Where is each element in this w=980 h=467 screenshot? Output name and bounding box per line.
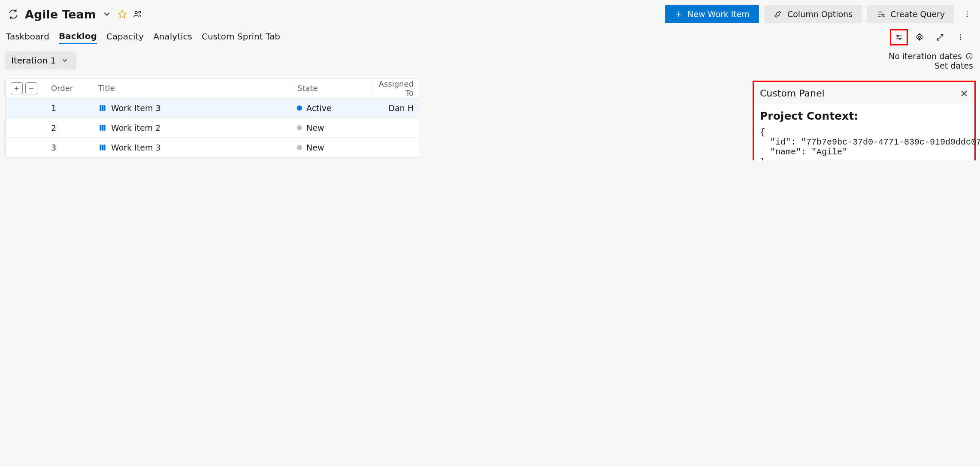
chevron-down-icon[interactable] [102,9,112,19]
cell-state: Active [293,103,372,113]
table-row[interactable]: 3Work Item 3New [6,138,419,157]
close-icon[interactable] [960,89,968,98]
svg-line-19 [937,37,940,40]
state-dot-icon [297,125,302,130]
more-icon[interactable] [959,6,975,22]
set-dates-link[interactable]: Set dates [889,61,973,70]
header: Agile Team New Wor [3,5,977,26]
new-work-item-button[interactable]: New Work Item [665,5,759,23]
star-icon[interactable] [118,9,127,19]
column-options-button[interactable]: Column Options [764,5,862,23]
fullscreen-icon[interactable] [931,29,949,45]
wrench-icon [774,10,782,18]
svg-line-18 [940,34,943,37]
svg-point-22 [960,39,961,40]
table-row[interactable]: 2Work item 2New [6,118,419,138]
svg-rect-37 [104,145,105,150]
plus-icon [675,10,682,18]
create-query-button[interactable]: Create Query [867,5,954,23]
team-name: Agile Team [25,8,96,21]
tab-capacity[interactable]: Capacity [106,31,144,43]
svg-point-10 [967,12,968,12]
svg-rect-29 [100,105,101,111]
col-header-order[interactable]: Order [47,84,94,93]
cell-title-text: Work item 2 [111,123,160,133]
tab-backlog[interactable]: Backlog [59,31,97,44]
cell-state: New [293,123,372,133]
svg-rect-33 [102,125,103,130]
cell-title[interactable]: Work Item 3 [94,143,293,152]
state-dot-icon [297,145,302,150]
tab-taskboard[interactable]: Taskboard [6,31,49,43]
cell-title-text: Work Item 3 [111,103,161,113]
no-iteration-dates: No iteration dates [889,51,962,61]
table-header: Order Title State Assigned To [6,78,419,98]
cell-order: 1 [47,103,94,113]
svg-point-2 [139,11,141,13]
more-icon-secondary[interactable] [952,29,970,45]
cell-assigned: Dan H [372,103,419,113]
svg-rect-34 [104,125,105,130]
svg-point-1 [135,12,138,14]
col-header-assigned[interactable]: Assigned To [372,79,419,97]
table-row[interactable]: 1Work Item 3ActiveDan H [6,98,419,118]
col-header-title[interactable]: Title [94,84,293,93]
iteration-selector[interactable]: Iteration 1 [5,51,76,69]
people-icon[interactable] [133,9,142,19]
backlog-table: Order Title State Assigned To 1Work Item… [5,78,419,158]
svg-point-16 [899,38,901,39]
cell-title[interactable]: Work item 2 [94,123,293,133]
cell-title-text: Work Item 3 [111,143,161,152]
tabs: Taskboard Backlog Capacity Analytics Cus… [3,26,977,47]
book-icon [98,143,107,152]
new-work-item-label: New Work Item [687,9,750,19]
cell-state: New [293,143,372,152]
book-icon [98,104,107,112]
book-icon [98,124,107,132]
panel-project-heading: Project Context: [760,110,968,122]
tab-analytics[interactable]: Analytics [153,31,192,43]
svg-marker-0 [118,10,126,18]
tab-custom-sprint[interactable]: Custom Sprint Tab [202,31,280,43]
iteration-label: Iteration 1 [11,55,56,66]
svg-rect-31 [104,105,105,111]
column-options-label: Column Options [787,9,853,19]
panel-title: Custom Panel [760,88,960,99]
recycle-icon [8,9,19,20]
svg-point-12 [967,16,968,17]
svg-rect-30 [102,105,103,111]
query-icon [877,10,885,18]
custom-panel: Custom Panel Project Context: { "id": "7… [753,81,976,160]
svg-rect-35 [100,145,101,150]
svg-rect-36 [102,145,103,150]
svg-point-17 [919,36,921,39]
gear-icon[interactable] [910,29,929,45]
cell-title[interactable]: Work Item 3 [94,103,293,113]
state-dot-icon [297,105,302,111]
cell-order: 3 [47,143,94,152]
panel-project-json: { "id": "77b7e9bc-37d0-4771-839c-919d9dd… [760,127,968,160]
cell-order: 2 [47,123,94,133]
svg-point-11 [967,14,968,15]
expand-all-button[interactable] [11,82,23,94]
svg-point-14 [897,35,898,36]
svg-line-9 [884,16,885,17]
create-query-label: Create Query [890,9,945,19]
svg-point-21 [960,37,961,38]
col-header-state[interactable]: State [293,84,372,93]
svg-point-20 [960,35,961,36]
collapse-all-button[interactable] [25,82,37,94]
info-icon[interactable] [965,52,973,60]
filter-icon[interactable] [890,29,908,45]
svg-rect-32 [100,125,101,130]
